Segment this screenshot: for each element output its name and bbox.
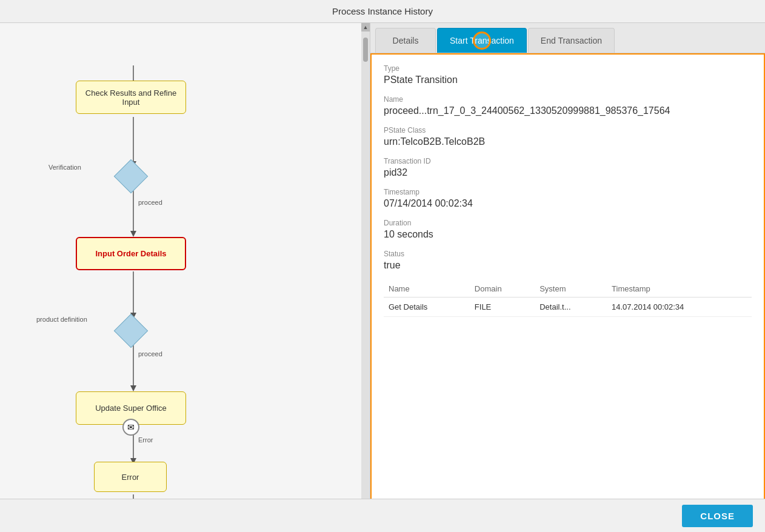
pstate-class-label: PState Class [384, 126, 752, 135]
label-error-arrow: Error [138, 436, 153, 444]
duration-value: 10 seconds [384, 229, 752, 240]
field-transaction-id: Transaction ID pid32 [384, 157, 752, 178]
tab-end-transaction[interactable]: End Transaction [528, 28, 615, 53]
bottom-bar: CLOSE [0, 499, 765, 532]
label-product-definition: product definition [36, 316, 87, 323]
node-error[interactable]: Error [94, 462, 167, 492]
label-verification: Verification [48, 164, 81, 171]
cell-name: Get Details [384, 298, 470, 317]
svg-marker-8 [130, 385, 136, 391]
tab-bar: Details Start Transaction End Transactio… [370, 23, 765, 53]
field-name: Name proceed...trn_17_0_3_24400562_13305… [384, 95, 752, 116]
transaction-id-value: pid32 [384, 167, 752, 178]
status-label: Status [384, 250, 752, 258]
tab-start-transaction[interactable]: Start Transaction [437, 28, 527, 53]
cell-system: Detail.t... [535, 298, 607, 317]
pstate-class-value: urn:TelcoB2B.TelcoB2B [384, 136, 752, 147]
label-proceed-2: proceed [138, 350, 162, 357]
col-system: System [535, 281, 607, 298]
col-name: Name [384, 281, 470, 298]
cell-timestamp: 14.07.2014 00:02:34 [607, 298, 752, 317]
table-row: Get DetailsFILEDetail.t...14.07.2014 00:… [384, 298, 752, 317]
node-input-order[interactable]: Input Order Details [76, 237, 186, 270]
cell-domain: FILE [470, 298, 535, 317]
page-title: Process Instance History [0, 0, 765, 23]
mail-icon: ✉ [122, 419, 139, 436]
field-status: Status true [384, 250, 752, 271]
type-label: Type [384, 64, 752, 73]
detail-table: Name Domain System Timestamp Get Details… [384, 281, 752, 317]
field-duration: Duration 10 seconds [384, 219, 752, 240]
detail-content: Type PState Transition Name proceed...tr… [370, 53, 765, 519]
transaction-id-label: Transaction ID [384, 157, 752, 165]
svg-marker-4 [130, 231, 136, 237]
detail-panel: Details Start Transaction End Transactio… [370, 23, 765, 530]
field-type: Type PState Transition [384, 64, 752, 85]
diagram-panel: Check Results and Refine Input Verificat… [0, 23, 370, 530]
name-label: Name [384, 95, 752, 104]
node-check-results[interactable]: Check Results and Refine Input [76, 81, 186, 114]
timestamp-label: Timestamp [384, 188, 752, 196]
diamond-product [119, 319, 143, 343]
label-proceed-1: proceed [138, 199, 162, 206]
status-value: true [384, 260, 752, 271]
close-button[interactable]: CLOSE [682, 505, 753, 527]
type-value: PState Transition [384, 75, 752, 85]
field-timestamp: Timestamp 07/14/2014 00:02:34 [384, 188, 752, 209]
diamond-verification [119, 164, 143, 188]
duration-label: Duration [384, 219, 752, 227]
cursor-indicator [473, 32, 491, 50]
tab-details[interactable]: Details [375, 28, 436, 53]
field-pstate-class: PState Class urn:TelcoB2B.TelcoB2B [384, 126, 752, 147]
timestamp-value: 07/14/2014 00:02:34 [384, 198, 752, 209]
col-domain: Domain [470, 281, 535, 298]
scroll-up-btn[interactable]: ▲ [361, 23, 370, 32]
diagram-scrollbar: ▲ ▼ [361, 23, 370, 530]
main-content: Check Results and Refine Input Verificat… [0, 23, 765, 530]
col-timestamp: Timestamp [607, 281, 752, 298]
name-value: proceed...trn_17_0_3_24400562_1330520999… [384, 105, 752, 116]
